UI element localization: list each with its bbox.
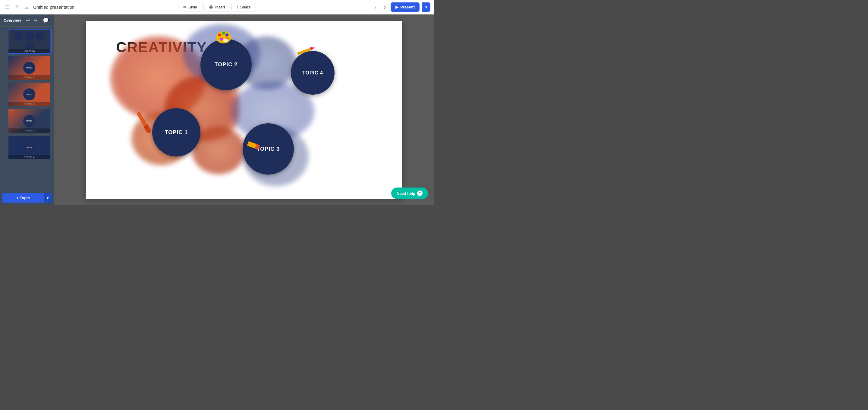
topbar-center: ✏ Style ➕ Insert ↑ Share [178, 3, 256, 11]
next-arrow-button[interactable]: › [381, 2, 389, 12]
slide-thumb-3: TOPIC 3 TOPIC 3 [8, 109, 50, 133]
help-icon: ? [417, 191, 423, 196]
cloud-icon-button[interactable]: ☁ [23, 4, 30, 10]
svg-point-5 [222, 32, 225, 35]
need-help-label: Need help [397, 191, 415, 196]
slide-label-3: TOPIC 3 [8, 128, 50, 133]
topbar-left: ☰ ⚗ ☁ Untitled presentation [4, 4, 175, 10]
slide-thumb-2: TOPIC 2 TOPIC 2 [8, 83, 50, 106]
slide-label-overview: Overview [8, 49, 50, 53]
topbar-right: ‹ › ▶ Present ▾ [259, 2, 430, 12]
topbar: ☰ ⚗ ☁ Untitled presentation ✏ Style ➕ In… [0, 0, 434, 14]
play-icon: ▶ [396, 5, 398, 9]
topic4-label: TOPIC 4 [302, 70, 323, 76]
slide-item-3[interactable]: 3 TOPIC 3 TOPIC 3 [8, 109, 52, 133]
add-topic-bar: + Topic ▾ [0, 191, 54, 205]
prev-arrow-button[interactable]: ‹ [372, 2, 379, 12]
redo-button[interactable]: ↪ [32, 17, 38, 24]
insert-icon: ➕ [209, 5, 213, 9]
sidebar-tools: ↩ ↪ [25, 17, 38, 24]
slide-item-1[interactable]: 1 7 TOPIC 1 TOPIC 1 [8, 56, 52, 80]
slide-label-4: TOPIC 4 [8, 155, 50, 159]
sidebar: Overview ↩ ↪ 💬 ⌂ Overview [0, 14, 54, 205]
add-topic-dropdown-button[interactable]: ▾ [44, 193, 52, 203]
slide-thumb-4: TOPIC 4 TOPIC 4 [8, 136, 50, 159]
add-topic-button[interactable]: + Topic [2, 193, 44, 203]
slide-item-overview[interactable]: ⌂ Overview [8, 29, 52, 54]
slide-label-2: TOPIC 2 [8, 102, 50, 106]
slide-canvas[interactable]: CREATIVITY [86, 21, 402, 199]
slide-item-4[interactable]: 4 TOPIC 4 TOPIC 4 [8, 135, 52, 160]
slides-list: ⌂ Overview 1 7 TOPIC 1 [0, 27, 54, 191]
style-icon: ✏ [183, 5, 187, 9]
insert-button[interactable]: ➕ Insert [204, 3, 230, 11]
palette-icon [216, 28, 232, 47]
topic2-label: TOPIC 2 [215, 61, 238, 68]
undo-button[interactable]: ↩ [25, 17, 31, 24]
svg-point-4 [218, 33, 221, 36]
topic4-circle[interactable]: TOPIC 4 [291, 51, 335, 95]
canvas-area: CREATIVITY [54, 14, 434, 205]
svg-point-6 [225, 33, 228, 36]
share-button[interactable]: ↑ Share [231, 3, 256, 11]
flask-icon-button[interactable]: ⚗ [13, 4, 20, 10]
topic2-circle[interactable]: TOPIC 2 [200, 39, 252, 90]
presentation-title: Untitled presentation [33, 4, 75, 10]
present-button[interactable]: ▶ Present [391, 2, 420, 12]
share-icon: ↑ [237, 5, 239, 9]
sidebar-label: Overview [4, 18, 22, 23]
svg-rect-0 [136, 112, 147, 126]
main-layout: Overview ↩ ↪ 💬 ⌂ Overview [0, 14, 434, 205]
hamburger-menu-button[interactable]: ☰ [4, 4, 10, 10]
topic1-circle[interactable]: TOPIC 1 [152, 108, 200, 156]
slide-thumb-overview: Overview [8, 30, 50, 53]
topic1-label: TOPIC 1 [165, 129, 188, 136]
svg-point-9 [223, 38, 228, 42]
sidebar-top: Overview ↩ ↪ 💬 [0, 14, 54, 27]
present-dropdown-button[interactable]: ▾ [422, 2, 430, 12]
style-button[interactable]: ✏ Style [178, 3, 202, 11]
slide-thumb-1: 7 TOPIC 1 TOPIC 1 [8, 56, 50, 80]
slide-item-2[interactable]: 2 TOPIC 2 TOPIC 2 [8, 82, 52, 107]
slide-label-1: TOPIC 1 [8, 76, 50, 80]
svg-point-8 [220, 38, 223, 41]
need-help-button[interactable]: Need help ? [391, 187, 428, 199]
comment-button[interactable]: 💬 [41, 17, 51, 24]
